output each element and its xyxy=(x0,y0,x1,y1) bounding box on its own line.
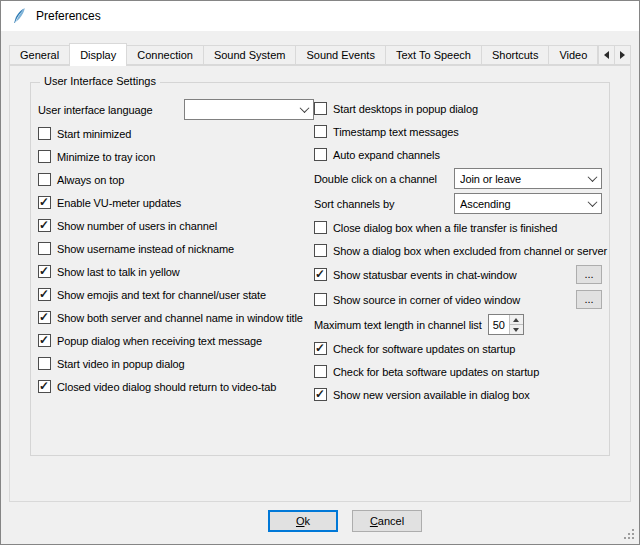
cancel-button[interactable]: Cancel xyxy=(352,510,422,532)
checkbox-show-username[interactable] xyxy=(38,242,51,255)
tab-scroll-left-button[interactable] xyxy=(598,45,615,65)
tab-scroll-right-button[interactable] xyxy=(614,45,631,65)
checkbox-label: Auto expand channels xyxy=(333,149,440,161)
left-column: User interface language Start minimized … xyxy=(38,97,314,406)
checkbox-video-return-tab[interactable] xyxy=(38,380,51,393)
left-triangle-icon xyxy=(604,51,609,59)
chevron-down-icon xyxy=(300,103,310,113)
spinner-buttons xyxy=(509,315,523,334)
max-text-length-row: Maximum text length in channel list 50 xyxy=(314,312,602,337)
checkbox-label: Close dialog box when a file transfer is… xyxy=(333,222,557,234)
checkbox-row[interactable]: Start video in popup dialog xyxy=(38,352,314,375)
checkbox-vu-meter-updates[interactable] xyxy=(38,196,51,209)
checkbox-video-source-corner[interactable] xyxy=(314,293,327,306)
checkbox-label: Show statusbar events in chat-window xyxy=(333,269,517,281)
sort-channels-row: Sort channels by Ascending xyxy=(314,191,602,216)
checkbox-close-filetransfer-dialog[interactable] xyxy=(314,221,327,234)
checkbox-row[interactable]: Show last to talk in yellow xyxy=(38,260,314,283)
title-bar[interactable]: Preferences xyxy=(1,1,639,31)
video-source-row[interactable]: Show source in corner of video window ..… xyxy=(314,287,602,312)
checkbox-label: Show a dialog box when excluded from cha… xyxy=(333,245,607,257)
checkbox-label: Always on top xyxy=(57,174,124,186)
checkbox-start-video-popup[interactable] xyxy=(38,357,51,370)
ok-rest: k xyxy=(305,515,311,527)
checkbox-row[interactable]: Start minimized xyxy=(38,122,314,145)
checkbox-label: Show username instead of nickname xyxy=(57,243,234,255)
checkbox-row[interactable]: Minimize to tray icon xyxy=(38,145,314,168)
checkbox-row[interactable]: Close dialog box when a file transfer is… xyxy=(314,216,602,239)
checkbox-row[interactable]: Enable VU-meter updates xyxy=(38,191,314,214)
double-click-select[interactable]: Join or leave xyxy=(454,168,602,189)
cancel-accel: C xyxy=(370,515,378,527)
tab-general[interactable]: General xyxy=(9,45,70,65)
checkbox-row[interactable]: Show emojis and text for channel/user st… xyxy=(38,283,314,306)
checkbox-timestamp-messages[interactable] xyxy=(314,125,327,138)
checkbox-check-beta-updates[interactable] xyxy=(314,365,327,378)
checkbox-label: Check for software updates on startup xyxy=(333,343,515,355)
double-click-value: Join or leave xyxy=(460,173,583,185)
preferences-dialog: Preferences General Display Connection S… xyxy=(0,0,640,545)
checkbox-start-minimized[interactable] xyxy=(38,127,51,140)
checkbox-show-excluded-dialog[interactable] xyxy=(314,244,327,257)
checkbox-always-on-top[interactable] xyxy=(38,173,51,186)
checkbox-statusbar-events[interactable] xyxy=(314,268,327,281)
checkbox-row[interactable]: Show a dialog box when excluded from cha… xyxy=(314,239,602,262)
checkbox-start-desktops-popup[interactable] xyxy=(314,102,327,115)
tab-sound-events[interactable]: Sound Events xyxy=(295,45,386,65)
statusbar-events-row[interactable]: Show statusbar events in chat-window ... xyxy=(314,262,602,287)
checkbox-popup-text-message[interactable] xyxy=(38,334,51,347)
user-interface-settings-group: User Interface Settings User interface l… xyxy=(30,82,610,456)
tab-connection[interactable]: Connection xyxy=(126,45,204,65)
checkbox-row[interactable]: Show username instead of nickname xyxy=(38,237,314,260)
language-row: User interface language xyxy=(38,97,314,122)
checkbox-row[interactable]: Auto expand channels xyxy=(314,143,602,166)
checkbox-row[interactable]: Check for software updates on startup xyxy=(314,337,602,360)
max-text-length-label: Maximum text length in channel list xyxy=(314,319,482,331)
checkbox-row[interactable]: Check for beta software updates on start… xyxy=(314,360,602,383)
checkbox-row[interactable]: Closed video dialog should return to vid… xyxy=(38,375,314,398)
video-source-browse-button[interactable]: ... xyxy=(576,290,602,309)
ok-button[interactable]: Ok xyxy=(268,510,338,532)
double-click-label: Double click on a channel xyxy=(314,173,437,185)
language-select[interactable] xyxy=(184,99,314,120)
checkbox-label: Show number of users in channel xyxy=(57,220,217,232)
app-feather-icon xyxy=(10,7,28,25)
tab-display[interactable]: Display xyxy=(69,43,127,66)
checkbox-label: Start minimized xyxy=(57,128,131,140)
checkbox-row[interactable]: Timestamp text messages xyxy=(314,120,602,143)
checkbox-auto-expand-channels[interactable] xyxy=(314,148,327,161)
checkbox-row[interactable]: Show number of users in channel xyxy=(38,214,314,237)
tab-video[interactable]: Video xyxy=(548,45,598,65)
statusbar-events-browse-button[interactable]: ... xyxy=(576,265,602,284)
tab-scroll-buttons xyxy=(598,45,631,65)
tab-sound-system[interactable]: Sound System xyxy=(203,45,297,65)
max-text-length-spinner[interactable]: 50 xyxy=(488,314,524,335)
resize-grip[interactable] xyxy=(623,528,636,541)
checkbox-row[interactable]: Always on top xyxy=(38,168,314,191)
checkbox-label: Popup dialog when receiving text message xyxy=(57,335,262,347)
checkbox-label: Show emojis and text for channel/user st… xyxy=(57,289,266,301)
checkbox-row[interactable]: Show new version available in dialog box xyxy=(314,383,602,406)
checkbox-server-channel-title[interactable] xyxy=(38,311,51,324)
checkbox-show-new-version[interactable] xyxy=(314,388,327,401)
checkbox-label: Show last to talk in yellow xyxy=(57,266,180,278)
chevron-down-icon xyxy=(588,197,598,207)
checkbox-check-updates[interactable] xyxy=(314,342,327,355)
checkbox-show-user-count[interactable] xyxy=(38,219,51,232)
checkbox-label: Enable VU-meter updates xyxy=(57,197,181,209)
sort-channels-value: Ascending xyxy=(460,198,583,210)
spin-down-button[interactable] xyxy=(510,325,523,334)
checkbox-last-talk-yellow[interactable] xyxy=(38,265,51,278)
tab-text-to-speech[interactable]: Text To Speech xyxy=(385,45,482,65)
cancel-rest: ancel xyxy=(378,515,404,527)
tab-shortcuts[interactable]: Shortcuts xyxy=(481,45,549,65)
sort-channels-select[interactable]: Ascending xyxy=(454,193,602,214)
checkbox-minimize-to-tray[interactable] xyxy=(38,150,51,163)
checkbox-row[interactable]: Popup dialog when receiving text message xyxy=(38,329,314,352)
checkbox-emojis-text-state[interactable] xyxy=(38,288,51,301)
spinner-value: 50 xyxy=(489,315,509,334)
spin-up-button[interactable] xyxy=(510,315,523,325)
checkbox-row[interactable]: Show both server and channel name in win… xyxy=(38,306,314,329)
checkbox-row[interactable]: Start desktops in popup dialog xyxy=(314,97,602,120)
down-triangle-icon xyxy=(513,328,519,332)
